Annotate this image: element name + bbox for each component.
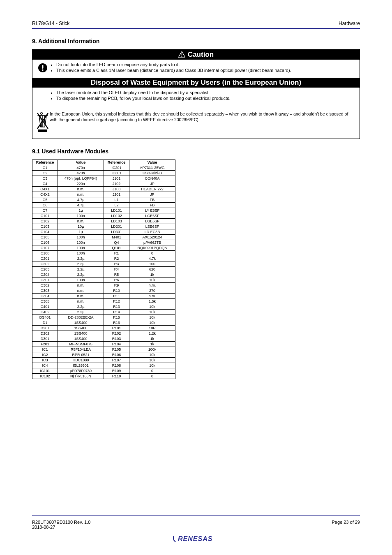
table-cell: C401 xyxy=(32,304,58,309)
table-cell: CON40A xyxy=(129,176,175,181)
table-cell: n.m. xyxy=(58,282,104,288)
table-row: C304n.m.R11n.m. xyxy=(32,293,175,298)
col-header: Value xyxy=(129,160,175,165)
table-cell: n.m. xyxy=(58,298,104,304)
table-cell: AXE520124 xyxy=(129,234,175,240)
table-cell: 10k xyxy=(129,352,175,357)
table-cell: J102 xyxy=(104,181,129,186)
table-cell: µPD78F0730 xyxy=(58,368,104,373)
table-cell: 100n xyxy=(58,245,104,250)
table-cell: D301 xyxy=(32,336,58,341)
table-cell: C6 xyxy=(32,202,58,208)
svg-text:RENESAS: RENESAS xyxy=(178,535,212,542)
table-cell: RPR-0521 xyxy=(58,352,104,357)
table-cell: 4.7k xyxy=(129,256,175,261)
table-cell: C1 xyxy=(32,165,58,170)
subsection-title: 9.1 Used Hardware Modules xyxy=(32,148,360,155)
table-row: C302n.m.R9n.m. xyxy=(32,282,175,288)
table-cell: IC3 xyxy=(32,357,58,363)
table-cell: R15 xyxy=(104,314,129,320)
table-cell: 10R xyxy=(129,325,175,331)
table-cell: n.m. xyxy=(58,288,104,293)
col-header: Reference xyxy=(32,160,58,165)
table-cell: JP xyxy=(129,192,175,197)
table-cell: 0 xyxy=(129,373,175,379)
table-cell: 1SS400 xyxy=(58,325,104,331)
table-row: C2032.2µR4620 xyxy=(32,266,175,272)
table-cell: D1 xyxy=(32,320,58,325)
exclamation-icon xyxy=(36,62,50,74)
table-row: C4012.2µR1310k xyxy=(32,304,175,309)
table-cell: IC4 xyxy=(32,363,58,368)
table-row: C108100nR10 xyxy=(32,250,175,256)
table-cell: 10µ xyxy=(58,224,104,229)
table-cell: C203 xyxy=(32,266,58,272)
table-cell: JP xyxy=(129,181,175,186)
table-cell: D202 xyxy=(32,331,58,336)
table-row: D2021SS400R1021.2k xyxy=(32,331,175,336)
table-cell: 1µ xyxy=(58,208,104,213)
table-row: C1470nIC201AP7311-25WG xyxy=(32,165,175,170)
table-cell: C105 xyxy=(32,234,58,240)
footer-date: 2018-08-27 xyxy=(32,525,55,530)
table-cell: 10k xyxy=(129,363,175,368)
table-row: C64.7µL2FB xyxy=(32,202,175,208)
table-cell: R9 xyxy=(104,282,129,288)
table-cell: J201 xyxy=(104,192,129,197)
table-cell: MF-NSMF075 xyxy=(58,341,104,347)
table-cell: R106 xyxy=(104,352,129,357)
table-cell: C4 xyxy=(32,181,58,186)
table-cell: 2.2µ xyxy=(58,272,104,277)
table-cell: 2.2µ xyxy=(58,256,104,261)
table-cell: C4X1 xyxy=(32,186,58,192)
table-cell: L2 xyxy=(104,202,129,208)
table-row: C3470n (opt. LQFP64)J101CON40A xyxy=(32,176,175,181)
table-row: IC4ISL29501R10810k xyxy=(32,363,175,368)
table-cell: C104 xyxy=(32,229,58,234)
table-cell: 10k xyxy=(129,304,175,309)
table-row: C2022.2µR3100 xyxy=(32,261,175,266)
table-cell: 100n xyxy=(58,250,104,256)
table-cell: USB-Mini-B xyxy=(129,170,175,176)
table-cell: 100 xyxy=(129,261,175,266)
footer-docnum: R20UT3607ED0100 Rev. 1.0 xyxy=(32,520,90,525)
table-cell: 620 xyxy=(129,266,175,272)
table-cell: R13 xyxy=(104,304,129,309)
table-row: C4220nJ102JP xyxy=(32,181,175,186)
table-cell: 1SS400 xyxy=(58,336,104,341)
table-row: C107100nQ101RQK0201PQDQA xyxy=(32,245,175,250)
table-cell: 100k xyxy=(129,347,175,352)
table-cell: 1µ xyxy=(58,229,104,234)
table-row: C4X2n.m.J201JP xyxy=(32,192,175,197)
table-cell: 470n xyxy=(58,170,104,176)
table-cell: C201 xyxy=(32,256,58,261)
table-cell: C303 xyxy=(32,288,58,293)
table-cell: DS401 xyxy=(32,314,58,320)
table-row: C301100nR610k xyxy=(32,277,175,282)
disposal-item: To dispose the remaining PCB, follow you… xyxy=(56,96,356,101)
table-cell: R104 xyxy=(104,341,129,347)
table-cell: R105 xyxy=(104,347,129,352)
table-cell: 220n xyxy=(58,181,104,186)
table-cell: Q4 xyxy=(104,240,129,245)
table-cell: C4X2 xyxy=(32,192,58,197)
caution-item: This device emits a Class 1M laser beam … xyxy=(56,68,356,73)
footer-page: Page 23 of 29 xyxy=(332,520,360,525)
table-cell: 2.2µ xyxy=(58,304,104,309)
table-cell: R103 xyxy=(104,336,129,341)
table-cell: AP7311-25WG xyxy=(129,165,175,170)
table-cell: IC201 xyxy=(104,165,129,170)
caution-list: Do not look into the LED beam or expose … xyxy=(50,62,356,73)
table-row: C305n.m.R121.5k xyxy=(32,298,175,304)
table-cell: R110 xyxy=(104,373,129,379)
col-header: Reference xyxy=(104,160,129,165)
doc-section: Hardware xyxy=(339,21,360,26)
caution-box: Caution Do not look into the LED beam or… xyxy=(32,49,360,139)
table-cell: 100n xyxy=(58,277,104,282)
table-cell: 1.2k xyxy=(129,331,175,336)
table-cell: R109 xyxy=(104,368,129,373)
table-row: D2011SS400R10110R xyxy=(32,325,175,331)
table-cell: 10k xyxy=(129,314,175,320)
col-header: Value xyxy=(58,160,104,165)
table-cell: LD201 xyxy=(104,224,129,229)
